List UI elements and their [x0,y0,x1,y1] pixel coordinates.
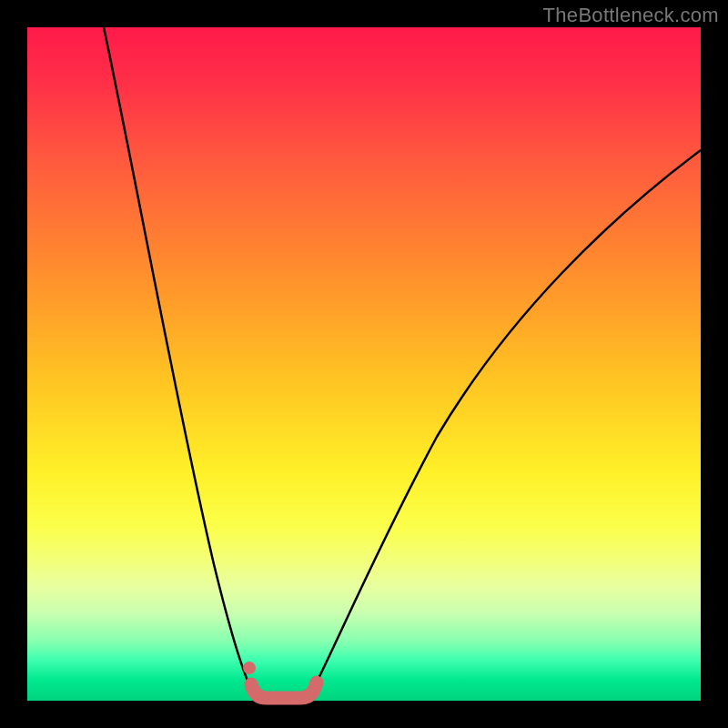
curve-right-branch [309,150,701,696]
curve-left-branch [104,27,255,696]
bottleneck-curve [27,27,701,701]
curve-bottom-marker [251,682,317,698]
chart-plot-area [27,27,701,701]
watermark-text: TheBottleneck.com [543,4,719,27]
curve-dot-marker [243,662,256,674]
